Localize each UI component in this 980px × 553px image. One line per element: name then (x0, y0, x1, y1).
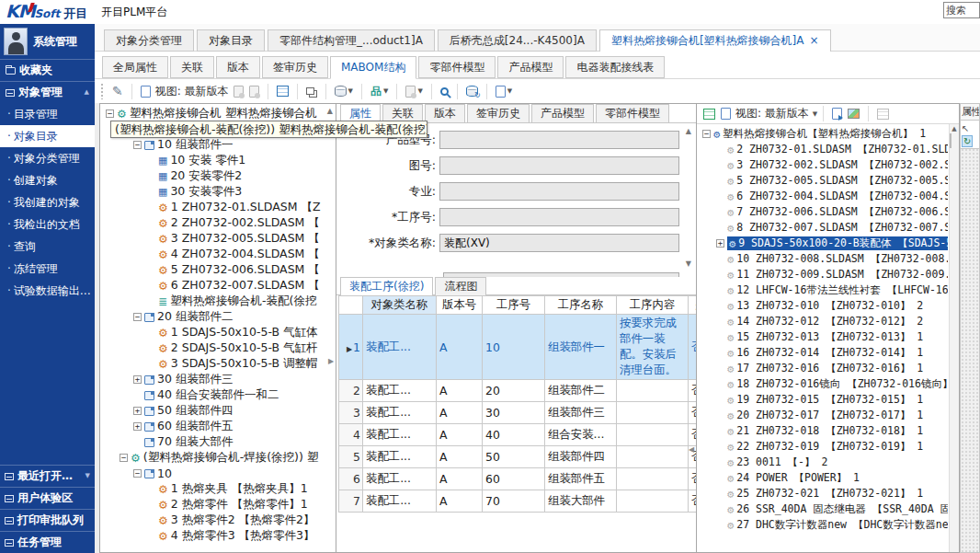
bom-tree-node[interactable]: ⚙2 ZH0732-002.SLDASM 【 (102, 215, 334, 231)
structure-tree-node[interactable]: ⚙13 ZH0732-010 【ZH0732-010】 2 (699, 298, 948, 314)
chevron-down-icon[interactable]: ▼ (813, 110, 817, 118)
table-cell[interactable]: A (437, 424, 483, 446)
sidebar-item[interactable]: ·试验数据输出… (0, 280, 95, 302)
detail-tab[interactable]: 零部件模型 (596, 104, 669, 122)
bom-tree-node[interactable]: −⚙塑料热熔接铆合机 塑料热熔接铆合机 (102, 106, 334, 121)
bom-tree-node[interactable]: 40 组合安装部件一和二 (102, 387, 334, 403)
bom-tree-node[interactable]: ▦10 安装 零件1 (102, 153, 334, 168)
doc-tab[interactable]: 对象分类管理 (104, 29, 194, 52)
properties-tab[interactable]: 属性 (961, 104, 979, 121)
structure-tree-node[interactable]: ⚙18 ZH0732-016镜向 【ZH0732-016镜向】 1 (699, 376, 948, 392)
table-cell[interactable] (617, 424, 689, 446)
table-cell[interactable]: A (437, 402, 483, 424)
field-input[interactable] (439, 156, 679, 175)
table-cell[interactable]: 装配工... (363, 380, 437, 402)
table-cell[interactable] (617, 468, 689, 490)
structure-tree-node[interactable]: ⚙27 DHC数字计数器new 【DHC数字计数器new】 (699, 517, 948, 533)
table-row[interactable]: 5装配工...A50组装部件四否 (339, 446, 697, 468)
process-sub-tab[interactable]: 流程图 (435, 277, 486, 295)
structure-tree-node[interactable]: ⚙5 ZH0732-005.SLDASM 【ZH0732-005.SLDA (699, 173, 948, 189)
table-cell[interactable]: 60 (483, 468, 545, 490)
table-row[interactable]: 2装配工...A20组装部件二否 (339, 380, 697, 402)
document-options-icon[interactable] (405, 86, 416, 98)
table-cell[interactable]: 否 (689, 315, 697, 380)
table-cell[interactable]: 装配工... (363, 402, 437, 424)
sidebar-item[interactable]: ·创建对象 (0, 169, 95, 191)
scrollbar-thumb[interactable] (950, 133, 952, 148)
process-sub-tab[interactable]: 装配工序(徐挖) (340, 277, 433, 296)
structure-tree-node[interactable]: ⚙17 ZH0732-016 【ZH0732-016】 1 (699, 361, 948, 376)
database-refresh-icon[interactable] (466, 86, 478, 97)
document-icon[interactable] (141, 86, 151, 98)
bom-tree-node[interactable]: ▦30 安装零件3 (102, 184, 334, 200)
search-input[interactable] (943, 2, 980, 18)
row-number[interactable]: 4 (339, 424, 363, 446)
expand-icon[interactable]: + (133, 407, 142, 415)
structure-tree-node[interactable]: ⚙3 ZH0732-002.SLDASM 【ZH0732-002.SLDA (699, 157, 948, 173)
table-cell[interactable]: 组合安装... (545, 424, 617, 446)
collapse-icon[interactable]: − (133, 141, 142, 149)
row-number[interactable]: 2 (339, 380, 363, 402)
compare-icon[interactable] (306, 87, 314, 95)
collapse-icon[interactable]: − (133, 469, 142, 478)
structure-tree-node[interactable]: ⚙10 ZH0732-008.SLDASM 【ZH0732-008.SLD (699, 251, 948, 267)
sidebar-bottom-item[interactable]: 用户体验区 (0, 487, 95, 509)
table-cell[interactable]: 否 (689, 380, 697, 402)
bom-tree-node[interactable]: ⚙6 ZH0732-007.SLDASM 【 (102, 278, 334, 294)
bom-tree-node[interactable]: −20 组装部件二 (102, 309, 334, 325)
row-number[interactable]: 7 (339, 490, 363, 513)
structure-tree-node[interactable]: ⚙21 ZH0732-018 【ZH0732-018】 1 (699, 423, 948, 439)
sidebar-bottom-item[interactable]: 打印审批队列 (0, 509, 95, 531)
sidebar-bottom-item[interactable]: 任务管理 (0, 531, 95, 553)
scroll-down-icon[interactable]: ▼ (686, 259, 691, 268)
structure-tree-node[interactable]: ⚙16 ZH0732-014 【ZH0732-014】 1 (699, 345, 948, 361)
bom-tree-node[interactable]: −10 (102, 466, 334, 481)
structure-tree-node[interactable]: ⚙2 ZH0732-01.SLDASM 【ZH0732-01.SLDASM (699, 142, 948, 157)
database-icon[interactable] (335, 86, 347, 97)
prop-tab[interactable]: 电器装配接线表 (565, 56, 665, 78)
column-header[interactable]: 工序号 (483, 296, 545, 315)
sidebar-bottom-item[interactable]: 最近打开…▼ (0, 465, 95, 487)
table-cell[interactable]: 组装部件三 (545, 402, 617, 424)
collapse-icon[interactable]: − (120, 454, 128, 462)
search-icon[interactable] (440, 87, 449, 96)
column-header[interactable]: 关 (689, 296, 697, 315)
structure-tree-node[interactable]: ⚙19 ZH0732-015 【ZH0732-015】 1 (699, 392, 948, 408)
table-cell[interactable]: 70 (483, 490, 545, 513)
doc-tab[interactable]: 零部件结构管理_...oduct1]A (268, 29, 435, 52)
splitter-handle-icon[interactable]: ▶ (328, 357, 334, 365)
table-cell[interactable] (617, 490, 689, 513)
bom-tree-node[interactable]: ⚙3 SDAJS-50x10-5-B 调整帽 (102, 356, 334, 372)
column-header[interactable]: 版本号 (437, 296, 483, 315)
table-cell[interactable]: A (437, 380, 483, 402)
table-cell[interactable]: A (437, 446, 483, 468)
column-header[interactable] (339, 296, 363, 315)
sidebar-item[interactable]: ·查询 (0, 236, 95, 258)
table-cell[interactable]: 按要求完成部件一装配。安装后清理台面。 (617, 315, 689, 380)
structure-tree-node[interactable]: ⚙14 ZH0732-012 【ZH0732-012】 2 (699, 314, 948, 329)
chevron-down-icon[interactable]: ▼ (417, 87, 422, 95)
field-input[interactable] (439, 131, 679, 149)
prop-tab[interactable]: 签审历史 (262, 56, 328, 78)
prop-tab[interactable]: MABOM结构 (330, 56, 416, 79)
sidebar-item[interactable]: ·目录管理 (0, 103, 95, 125)
sidebar-section-object-management[interactable]: 对象管理 ▲ (0, 81, 95, 103)
bom-tree-node[interactable]: +30 组装部件三 (102, 372, 334, 387)
sidebar-item[interactable]: ·我检出的文档 (0, 213, 95, 236)
sidebar-item[interactable]: ·我创建的对象 (0, 191, 95, 213)
structure-tree-node[interactable]: ⚙6 ZH0732-004.SLDASM 【ZH0732-004.SLDA (699, 189, 948, 204)
chevron-down-icon[interactable]: ▼ (348, 87, 353, 95)
prop-tab[interactable]: 零部件模型 (418, 56, 496, 78)
structure-tree-node[interactable]: ⚙23 0011 【-】 2 (699, 455, 948, 470)
table-cell[interactable]: 30 (483, 402, 545, 424)
table-cell[interactable]: A (437, 315, 483, 380)
table-edit-icon[interactable] (277, 86, 289, 97)
table-cell[interactable]: 否 (689, 468, 697, 490)
table-cell[interactable]: 组装大部件 (545, 490, 617, 513)
splitter-handle-icon[interactable]: ◀ (689, 445, 694, 454)
bom-tree-node[interactable]: ⚙3 热熔零件2 【热熔零件2】 (102, 513, 334, 528)
scrollbar[interactable]: ▲ (949, 124, 959, 552)
table-cell[interactable]: 装配工... (363, 315, 437, 380)
table-cell[interactable]: A (437, 490, 483, 513)
column-header[interactable]: 对象类名称 (363, 296, 437, 315)
